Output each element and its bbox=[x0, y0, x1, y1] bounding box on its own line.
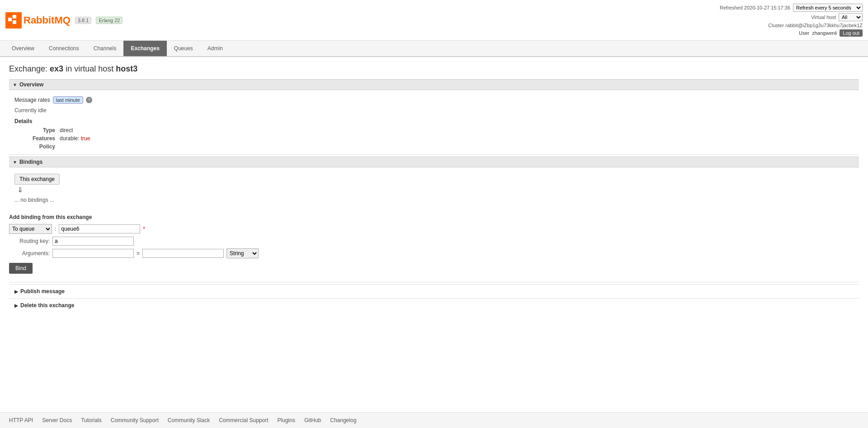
overview-section-title: Overview bbox=[19, 81, 43, 88]
logo-icon bbox=[5, 12, 22, 29]
version-badge: 3.8.1 bbox=[75, 17, 91, 24]
delete-exchange-section: ▶ Delete this exchange bbox=[9, 298, 859, 312]
vhost-row: Virtual host All host3 bbox=[811, 13, 863, 21]
bind-button[interactable]: Bind bbox=[9, 263, 33, 274]
logo-text: RabbitMQ bbox=[24, 14, 71, 26]
bindings-section-title: Bindings bbox=[19, 159, 42, 165]
nav-channels[interactable]: Channels bbox=[86, 41, 124, 56]
durable-true-value: true bbox=[81, 135, 90, 142]
bindings-section-header[interactable]: ▼ Bindings bbox=[9, 157, 859, 167]
queue-name-input[interactable] bbox=[59, 224, 140, 233]
publish-message-section: ▶ Publish message bbox=[9, 284, 859, 298]
logout-button[interactable]: Log out bbox=[840, 29, 863, 37]
help-icon[interactable]: ? bbox=[86, 97, 92, 103]
bindings-content: This exchange ⇓ ... no bindings ... bbox=[9, 170, 859, 209]
bindings-section: ▼ Bindings This exchange ⇓ ... no bindin… bbox=[9, 157, 859, 209]
delete-exchange-title: Delete this exchange bbox=[20, 302, 74, 309]
cluster-value: rabbit@iZbp1g3u73kkhu7jacbek1Z bbox=[785, 23, 863, 28]
arrow-down-icon: ⇓ bbox=[14, 185, 854, 195]
header-right: Refreshed 2020-10-27 15:17:36 Refresh ev… bbox=[720, 4, 863, 37]
policy-label: Policy bbox=[14, 143, 60, 150]
delete-exchange-header[interactable]: ▶ Delete this exchange bbox=[9, 298, 859, 312]
publish-collapse-icon: ▶ bbox=[14, 289, 18, 294]
publish-message-header[interactable]: ▶ Publish message bbox=[9, 284, 859, 298]
overview-content: Message rates last minute ? Currently id… bbox=[9, 93, 859, 152]
no-bindings-text: ... no bindings ... bbox=[14, 195, 854, 205]
nav-connections[interactable]: Connections bbox=[42, 41, 86, 56]
type-label: Type bbox=[14, 127, 60, 133]
to-queue-row: To queue To exchange : * bbox=[9, 224, 859, 234]
user-label: User bbox=[799, 30, 809, 36]
virtual-host-label: Virtual host bbox=[811, 14, 836, 20]
page-title: Exchange: ex3 in virtual host host3 bbox=[9, 64, 859, 74]
header: RabbitMQ 3.8.1 Erlang 22 Refreshed 2020-… bbox=[0, 0, 868, 41]
routing-key-row: Routing key: bbox=[9, 237, 859, 246]
arguments-key-input[interactable] bbox=[52, 249, 134, 258]
erlang-badge: Erlang 22 bbox=[96, 17, 123, 24]
logo: RabbitMQ bbox=[5, 12, 71, 29]
features-label: Features bbox=[14, 135, 60, 142]
username: zhangwenli bbox=[812, 30, 837, 36]
arguments-label: Arguments: bbox=[9, 250, 50, 257]
type-row: Type direct bbox=[14, 126, 854, 134]
delete-collapse-icon: ▶ bbox=[14, 303, 18, 308]
equals-sign: = bbox=[137, 250, 140, 257]
required-star: * bbox=[143, 226, 145, 232]
svg-rect-1 bbox=[13, 15, 16, 19]
nav-exchanges[interactable]: Exchanges bbox=[123, 41, 166, 56]
refreshed-label: Refreshed 2020-10-27 15:17:36 bbox=[720, 5, 790, 10]
nav: Overview Connections Channels Exchanges … bbox=[0, 41, 868, 57]
virtual-host-name: host3 bbox=[116, 64, 137, 73]
currently-idle: Currently idle bbox=[14, 105, 854, 115]
routing-key-label: Routing key: bbox=[9, 238, 50, 244]
features-value: durable: true bbox=[60, 135, 90, 142]
string-type-select[interactable]: String Boolean Number List bbox=[226, 248, 259, 258]
cluster-label: Cluster bbox=[768, 23, 784, 28]
nav-overview[interactable]: Overview bbox=[5, 41, 42, 56]
logo-area: RabbitMQ 3.8.1 Erlang 22 bbox=[5, 12, 720, 29]
svg-rect-2 bbox=[13, 20, 16, 24]
add-binding-title: Add binding from this exchange bbox=[9, 214, 859, 220]
policy-row: Policy bbox=[14, 143, 854, 151]
routing-key-input[interactable] bbox=[52, 237, 134, 246]
details-label: Details bbox=[14, 115, 854, 126]
svg-rect-0 bbox=[8, 18, 12, 21]
overview-collapse-icon: ▼ bbox=[13, 82, 17, 87]
bindings-collapse-icon: ▼ bbox=[13, 160, 17, 165]
content: Exchange: ex3 in virtual host host3 ▼ Ov… bbox=[0, 57, 868, 319]
overview-section-header[interactable]: ▼ Overview bbox=[9, 79, 859, 90]
details-table: Type direct Features durable: true Polic… bbox=[14, 126, 854, 151]
page-title-prefix: Exchange: bbox=[9, 64, 47, 73]
page-title-mid: in virtual host bbox=[66, 64, 113, 73]
exchange-name: ex3 bbox=[50, 64, 63, 73]
user-row: User zhangwenli Log out bbox=[799, 29, 863, 37]
nav-queues[interactable]: Queues bbox=[167, 41, 200, 56]
arguments-row: Arguments: = String Boolean Number List bbox=[9, 248, 859, 258]
message-rates-label: Message rates bbox=[14, 97, 50, 103]
to-queue-select[interactable]: To queue To exchange bbox=[9, 224, 52, 234]
message-rates-row: Message rates last minute ? bbox=[14, 95, 854, 105]
virtual-host-select[interactable]: All host3 bbox=[839, 13, 863, 21]
type-value: direct bbox=[60, 127, 73, 133]
cluster-row: Cluster rabbit@iZbp1g3u73kkhu7jacbek1Z bbox=[768, 23, 863, 28]
overview-section: ▼ Overview Message rates last minute ? C… bbox=[9, 79, 859, 152]
arguments-value-input[interactable] bbox=[142, 249, 224, 258]
refresh-select[interactable]: Refresh every 5 seconds Refresh every 10… bbox=[793, 4, 863, 12]
this-exchange-button: This exchange bbox=[14, 174, 60, 185]
features-row: Features durable: true bbox=[14, 134, 854, 143]
nav-admin[interactable]: Admin bbox=[200, 41, 230, 56]
last-minute-badge[interactable]: last minute bbox=[53, 96, 83, 104]
add-binding-section: Add binding from this exchange To queue … bbox=[9, 209, 859, 277]
refresh-row: Refreshed 2020-10-27 15:17:36 Refresh ev… bbox=[720, 4, 863, 12]
publish-message-title: Publish message bbox=[20, 288, 65, 295]
colon-sep: : bbox=[55, 226, 56, 232]
